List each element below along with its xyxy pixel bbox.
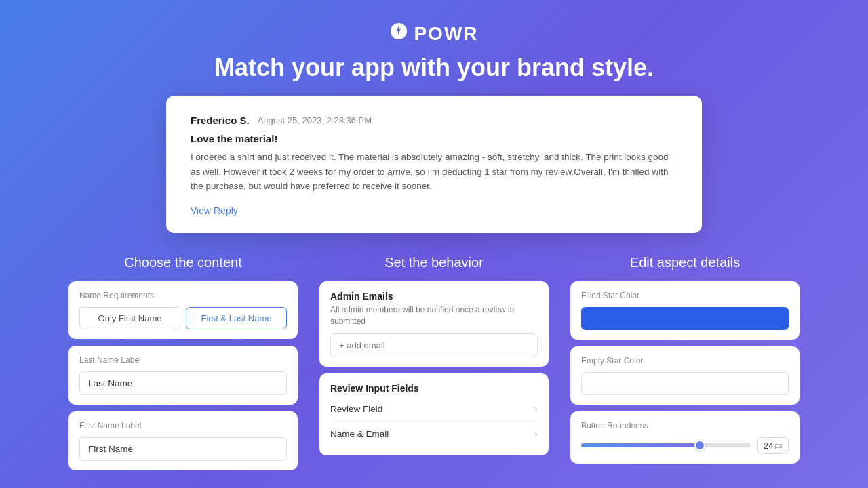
filled-star-panel: Filled Star Color	[570, 281, 800, 340]
slider-thumb[interactable]	[694, 440, 705, 451]
slider-value-box: 24 px	[757, 437, 789, 454]
col3-title: Edit aspect details	[570, 255, 800, 270]
logo-text: POWR	[414, 23, 478, 45]
view-reply-link[interactable]: View Reply	[191, 205, 238, 216]
review-field-label: Review Field	[330, 404, 382, 414]
filled-star-label: Filled Star Color	[581, 291, 789, 300]
tagline: Match your app with your brand style.	[0, 54, 868, 82]
slider-row: 24 px	[581, 437, 789, 454]
name-requirements-panel: Name Requirements Only First Name First …	[68, 281, 298, 339]
first-name-label-panel: First Name Label	[68, 411, 298, 470]
filled-star-color-swatch[interactable]	[581, 307, 789, 330]
slider-unit: px	[774, 441, 783, 449]
only-first-name-button[interactable]: Only First Name	[79, 307, 180, 329]
review-body: I ordered a shirt and just received it. …	[191, 150, 677, 194]
last-name-label-text: Last Name Label	[79, 355, 287, 365]
columns: Choose the content Name Requirements Onl…	[0, 255, 868, 477]
col-behavior: Set the behavior Admin Emails All admin …	[309, 255, 559, 477]
review-card: Frederico S. August 25, 2023, 2:28:36 PM…	[166, 96, 702, 233]
review-author: Frederico S.	[191, 115, 250, 126]
admin-emails-desc: All admin members will be notified once …	[330, 304, 538, 327]
name-requirements-buttons: Only First Name First & Last Name	[79, 307, 287, 329]
col2-title: Set the behavior	[319, 255, 549, 270]
chevron-right-icon: ›	[534, 403, 538, 414]
col1-title: Choose the content	[68, 255, 298, 270]
last-name-input[interactable]	[79, 371, 287, 395]
first-last-name-button[interactable]: First & Last Name	[186, 307, 287, 329]
email-input[interactable]	[330, 333, 538, 357]
empty-star-panel: Empty Star Color	[570, 346, 800, 405]
logo: POWR	[0, 22, 868, 45]
logo-icon	[389, 22, 408, 45]
review-card-wrapper: Frederico S. August 25, 2023, 2:28:36 PM…	[0, 96, 868, 233]
col-content: Choose the content Name Requirements Onl…	[58, 255, 309, 477]
review-meta: Frederico S. August 25, 2023, 2:28:36 PM	[191, 115, 677, 126]
admin-emails-panel: Admin Emails All admin members will be n…	[319, 281, 549, 367]
review-date: August 25, 2023, 2:28:36 PM	[258, 115, 372, 125]
empty-star-label: Empty Star Color	[581, 356, 789, 365]
button-roundness-panel: Button Roundness 24 px	[570, 411, 800, 464]
name-requirements-label: Name Requirements	[79, 291, 287, 300]
first-name-label-text: First Name Label	[79, 421, 287, 430]
first-name-input[interactable]	[79, 437, 287, 461]
last-name-label-panel: Last Name Label	[68, 346, 298, 405]
review-input-fields-header: Review Input Fields	[330, 383, 538, 394]
slider-value: 24	[764, 441, 773, 451]
chevron-right-icon-2: ›	[534, 428, 538, 439]
slider-fill	[581, 443, 700, 447]
review-field-row[interactable]: Review Field ›	[330, 396, 538, 422]
review-input-fields-panel: Review Input Fields Review Field › Name …	[319, 373, 549, 455]
name-email-row[interactable]: Name & Email ›	[330, 422, 538, 446]
empty-star-color-swatch[interactable]	[581, 372, 789, 395]
review-title: Love the material!	[191, 133, 677, 144]
name-email-label: Name & Email	[330, 429, 389, 439]
slider-track[interactable]	[581, 443, 751, 447]
button-roundness-label: Button Roundness	[581, 421, 789, 430]
col-aspect: Edit aspect details Filled Star Color Em…	[559, 255, 810, 477]
header: POWR Match your app with your brand styl…	[0, 0, 868, 96]
admin-emails-header: Admin Emails	[330, 291, 538, 302]
